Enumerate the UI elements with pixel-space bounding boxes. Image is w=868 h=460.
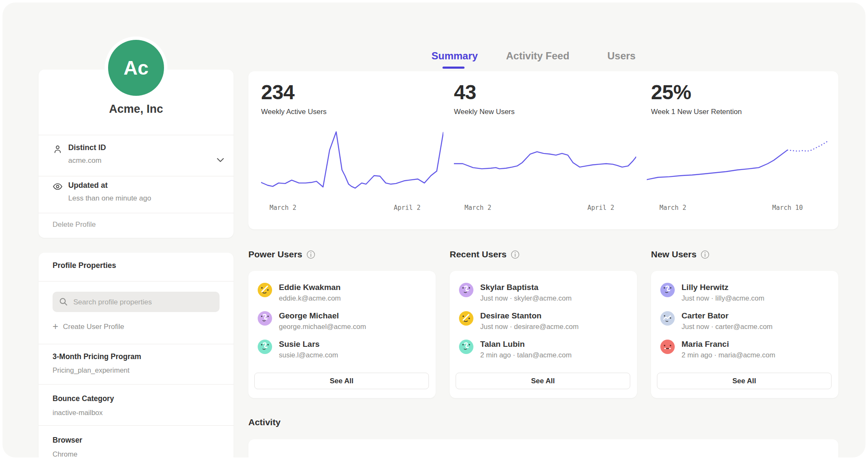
user-subtext: 2 min ago · talan@acme.com xyxy=(480,351,572,359)
user-name: Desirae Stanton xyxy=(480,311,542,321)
profile-properties-search xyxy=(53,292,220,312)
user-subtext: george.michael@acme.com xyxy=(279,323,366,331)
property-value: Chrome xyxy=(53,450,78,457)
plus-icon: + xyxy=(53,322,58,332)
recent-users-card: Skylar Baptista Just now · skyler@acme.c… xyxy=(450,271,637,398)
x-tick: March 2 xyxy=(659,204,686,212)
divider xyxy=(39,213,234,213)
user-row[interactable]: Talan Lubin 2 min ago · talan@acme.com xyxy=(450,340,637,364)
x-tick: March 2 xyxy=(270,204,296,212)
property-name: 3-Month Pricing Program xyxy=(53,352,141,361)
user-subtext: susie.l@acme.com xyxy=(279,351,338,359)
summary-card: 234 Weekly Active Users 43 Weekly New Us… xyxy=(248,71,838,229)
tab-users[interactable]: Users xyxy=(607,50,636,62)
x-tick: March 10 xyxy=(772,204,803,212)
user-name: Lilly Herwitz xyxy=(682,283,729,292)
property-value: Pricing_plan_experiment xyxy=(53,366,130,374)
user-avatar xyxy=(258,340,272,354)
property-name: Browser xyxy=(53,436,82,445)
user-name: Skylar Baptista xyxy=(480,283,538,292)
user-row[interactable]: Maria Franci 2 min ago · maria@acme.com xyxy=(651,340,838,364)
user-row[interactable]: Carter Bator Just now · carter@acme.com xyxy=(651,311,838,336)
user-subtext: Just now · carter@acme.com xyxy=(682,323,773,331)
person-icon xyxy=(53,144,63,154)
user-row[interactable]: Lilly Herwitz Just now · lilly@acme.com xyxy=(651,283,838,307)
user-avatar xyxy=(660,283,675,297)
chevron-down-icon[interactable] xyxy=(217,158,224,163)
weekly-new-users-chart: March 2 April 2 xyxy=(454,128,636,217)
divider xyxy=(39,384,234,385)
see-all-button[interactable]: See All xyxy=(254,373,429,389)
section-title: Power Users xyxy=(248,249,302,259)
user-row[interactable]: Desirae Stanton Just now · desirare@acme… xyxy=(450,311,637,336)
user-avatar xyxy=(459,283,473,297)
see-all-button[interactable]: See All xyxy=(456,373,630,389)
profile-properties-title: Profile Properties xyxy=(53,261,116,270)
new-users-header: New Users xyxy=(651,249,709,259)
company-avatar: Ac xyxy=(108,40,164,96)
user-subtext: eddie.k@acme.com xyxy=(279,294,341,302)
user-subtext: Just now · skyler@acme.com xyxy=(480,294,572,302)
power-users-card: Eddie Kwakman eddie.k@acme.com George Mi… xyxy=(248,271,436,398)
divider xyxy=(39,281,234,282)
user-avatar xyxy=(258,283,272,297)
user-name: Carter Bator xyxy=(682,311,729,321)
tab-summary[interactable]: Summary xyxy=(431,50,478,62)
create-user-profile-label: Create User Profile xyxy=(63,323,124,331)
field-label-distinct-id: Distinct ID xyxy=(68,143,106,152)
power-users-header: Power Users xyxy=(248,249,315,259)
weekly-active-users-chart: March 2 April 2 xyxy=(261,128,443,217)
field-label-updated-at: Updated at xyxy=(68,181,108,190)
property-value: inactive-mailbox xyxy=(53,409,103,417)
user-name: Talan Lubin xyxy=(480,340,525,349)
user-avatar xyxy=(258,311,272,326)
divider xyxy=(39,344,234,344)
info-icon[interactable] xyxy=(306,250,315,259)
user-name: Susie Lars xyxy=(279,340,320,349)
divider xyxy=(39,425,234,426)
app-panel: Ac Acme, Inc Distinct ID acme.com Update… xyxy=(3,3,865,457)
user-subtext: 2 min ago · maria@acme.com xyxy=(682,351,775,359)
activity-stat-value: 240 xyxy=(453,454,487,457)
x-tick: March 2 xyxy=(465,204,491,212)
user-name: Maria Franci xyxy=(682,340,729,349)
user-avatar xyxy=(459,311,473,326)
user-row[interactable]: Eddie Kwakman eddie.k@acme.com xyxy=(248,283,436,307)
user-avatar xyxy=(660,340,675,354)
activity-stat-value: 234 xyxy=(260,454,294,457)
stat-retention-value: 25% xyxy=(651,81,691,104)
divider xyxy=(39,135,234,135)
search-input[interactable] xyxy=(72,292,214,313)
activity-stat-value: 3.4k xyxy=(647,454,685,457)
stat-weekly-active-users-value: 234 xyxy=(261,81,295,104)
tab-activity-feed[interactable]: Activity Feed xyxy=(506,50,569,62)
retention-chart: March 2 March 10 xyxy=(647,128,829,217)
user-row[interactable]: Susie Lars susie.l@acme.com xyxy=(248,340,436,364)
user-name: Eddie Kwakman xyxy=(279,283,341,292)
activity-card: 234 240 3.4k xyxy=(248,439,838,457)
user-avatar xyxy=(660,311,675,326)
property-name: Bounce Category xyxy=(53,394,114,403)
company-name: Acme, Inc xyxy=(39,103,234,116)
create-user-profile-button[interactable]: + Create User Profile xyxy=(53,322,124,332)
activity-section-title: Activity xyxy=(248,417,281,427)
recent-users-header: Recent Users xyxy=(450,249,520,259)
user-avatar xyxy=(459,340,473,354)
stat-retention-label: Week 1 New User Retention xyxy=(651,108,742,116)
see-all-button[interactable]: See All xyxy=(657,373,832,389)
new-users-card: Lilly Herwitz Just now · lilly@acme.com … xyxy=(651,271,838,398)
user-name: George Michael xyxy=(279,311,339,321)
stat-weekly-new-users-label: Weekly New Users xyxy=(454,108,515,116)
x-tick: April 2 xyxy=(394,204,420,212)
user-subtext: Just now · desirare@acme.com xyxy=(480,323,579,331)
delete-profile-button[interactable]: Delete Profile xyxy=(53,220,96,229)
info-icon[interactable] xyxy=(511,250,520,259)
section-title: Recent Users xyxy=(450,249,506,259)
user-row[interactable]: George Michael george.michael@acme.com xyxy=(248,311,436,336)
user-row[interactable]: Skylar Baptista Just now · skyler@acme.c… xyxy=(450,283,637,307)
user-subtext: Just now · lilly@acme.com xyxy=(682,294,765,302)
stat-weekly-active-users-label: Weekly Active Users xyxy=(261,108,327,116)
info-icon[interactable] xyxy=(701,250,709,259)
eye-icon xyxy=(53,181,63,192)
x-tick: April 2 xyxy=(587,204,614,212)
